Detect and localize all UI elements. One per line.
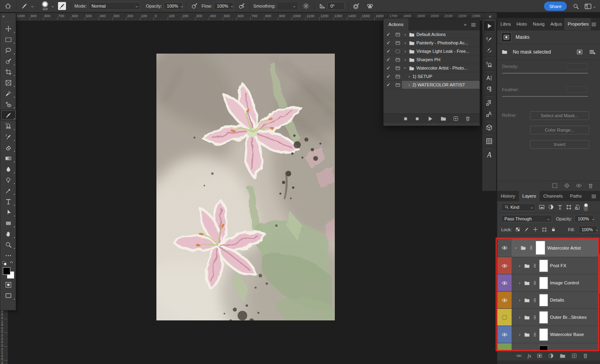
symmetry-butterfly-icon[interactable] [365, 1, 375, 11]
expand-chevron-icon[interactable]: › [402, 32, 408, 37]
layer-name[interactable]: Watercolor Artist [547, 246, 581, 250]
zoom-tool[interactable] [0, 239, 16, 250]
crop-tool[interactable] [0, 66, 16, 77]
add-layer-mask-icon[interactable] [536, 353, 543, 359]
layer-visibility-eye-icon[interactable] [502, 297, 508, 303]
mask-link-icon[interactable] [532, 332, 537, 338]
expand-chevron-icon[interactable]: › [518, 298, 522, 302]
eyedropper-tool[interactable] [0, 88, 16, 99]
opacity-pressure-icon[interactable] [190, 1, 199, 11]
blur-tool[interactable] [0, 164, 16, 174]
density-value-box[interactable] [566, 63, 587, 70]
expand-chevron-icon[interactable]: › [518, 315, 522, 320]
new-set-folder-button[interactable] [440, 115, 447, 122]
layer-visibility-eye-icon[interactable] [502, 245, 508, 251]
filter-adjustment-layers-icon[interactable] [548, 204, 554, 210]
dialog-toggle-icon[interactable] [393, 66, 402, 71]
properties-menu-icon[interactable] [591, 21, 597, 27]
layer-effects-icon[interactable]: fx [528, 353, 531, 359]
layer-mask-thumbnail[interactable] [539, 294, 548, 306]
marquee-tool[interactable] [0, 34, 16, 45]
feather-slider[interactable] [502, 96, 588, 97]
quick-selection-tool[interactable] [0, 56, 16, 66]
new-action-button[interactable] [453, 116, 459, 122]
link-layers-icon[interactable] [516, 353, 522, 359]
more-tools[interactable] [0, 250, 16, 261]
new-layer-icon[interactable] [571, 353, 577, 359]
dodge-tool[interactable] [0, 174, 16, 185]
layer-mask-thumbnail[interactable] [539, 346, 548, 351]
tab-layers[interactable]: Layers [519, 191, 540, 201]
path-select-tool[interactable] [0, 207, 16, 218]
shape-tool[interactable] [0, 218, 16, 228]
tab-navig[interactable]: Navig [530, 18, 547, 30]
paragraph-styles-panel-icon[interactable] [483, 97, 495, 108]
glyphs-panel-icon[interactable]: A [483, 149, 495, 160]
mask-link-icon[interactable] [532, 297, 537, 303]
action-checkmark-icon[interactable]: ✓ [384, 74, 393, 79]
filter-toggle-switch[interactable] [584, 203, 588, 211]
delete-action-button[interactable] [465, 116, 471, 122]
lock-artboard-icon[interactable] [542, 227, 547, 232]
lock-paint-icon[interactable] [524, 227, 529, 232]
mode-select[interactable]: Normal⌄ [88, 2, 140, 10]
gradient-tool[interactable] [0, 153, 16, 164]
action-checkmark-icon[interactable]: ✓ [384, 65, 393, 71]
history-brush-tool[interactable] [0, 131, 16, 142]
collapse-tools-icon[interactable]: » [0, 13, 16, 20]
character-styles-panel-icon[interactable] [483, 108, 495, 120]
select-and-mask-button[interactable]: Select and Mask... [530, 111, 589, 120]
layer-row[interactable]: ›Image Control [497, 274, 598, 292]
action-row[interactable]: ✓›1) SETUP [384, 72, 480, 81]
fill-select[interactable]: 100%⌄ [578, 226, 598, 233]
layer-mask-thumbnail[interactable] [539, 277, 548, 289]
feather-value-box[interactable] [566, 86, 587, 93]
layer-row[interactable]: ›Details [497, 292, 598, 309]
layer-row[interactable]: ›Back Filling [497, 343, 598, 351]
action-row[interactable]: ✓›Painterly - Photoshop Ac... [384, 39, 480, 47]
play-action-button[interactable] [426, 115, 434, 123]
character-panel-icon[interactable] [483, 72, 495, 84]
eraser-tool[interactable] [0, 142, 16, 153]
smoothing-select[interactable]: ⌄ [277, 2, 298, 10]
panel-menu-icon[interactable] [470, 22, 476, 28]
expand-chevron-icon[interactable]: › [402, 40, 408, 45]
add-vector-mask-icon[interactable] [589, 49, 596, 55]
action-checkmark-icon[interactable]: ✓ [384, 32, 393, 37]
action-row[interactable]: ✓›Default Actions [384, 30, 480, 39]
layer-mask-thumbnail[interactable] [536, 241, 545, 255]
layer-mask-icon[interactable] [576, 49, 583, 55]
foreground-color-swatch[interactable] [3, 267, 10, 275]
action-checkmark-icon[interactable]: ✓ [384, 48, 393, 54]
layer-row[interactable]: ›Watercolor Artist [497, 239, 598, 257]
new-adjustment-layer-icon[interactable] [548, 353, 554, 359]
move-tool[interactable] [0, 23, 16, 34]
layer-mask-thumbnail[interactable] [539, 328, 548, 341]
layer-mask-thumbnail[interactable] [539, 311, 548, 324]
tab-history[interactable]: History [497, 191, 519, 201]
home-icon[interactable] [3, 1, 13, 11]
clone-stamp-tool[interactable] [0, 120, 16, 131]
layers-menu-icon[interactable] [591, 193, 597, 199]
threed-panel-icon[interactable] [483, 122, 495, 133]
stop-button[interactable] [403, 116, 408, 122]
layer-name[interactable]: Watercolor Base [550, 332, 584, 337]
layer-name[interactable]: Post FX [550, 263, 566, 268]
layer-visibility-eye-icon[interactable] [502, 263, 508, 269]
action-row[interactable]: ✓›2) WATERCOLOR ARTIST [384, 81, 480, 89]
lock-transparency-icon[interactable] [515, 227, 520, 232]
expand-chevron-icon[interactable]: › [402, 57, 408, 62]
expand-chevron-icon[interactable]: › [403, 65, 408, 71]
color-range-button[interactable]: Color Range... [530, 126, 589, 134]
filter-smart-objects-icon[interactable] [575, 204, 580, 210]
layer-name[interactable]: Details [550, 298, 564, 302]
layer-mask-thumbnail[interactable] [539, 260, 548, 272]
brush-settings-toggle[interactable] [58, 2, 66, 10]
angle-input[interactable]: 0° [327, 2, 345, 10]
delete-layer-icon[interactable] [582, 353, 588, 359]
tab-histo[interactable]: Histo [513, 18, 530, 30]
tab-paths[interactable]: Paths [566, 191, 585, 201]
layer-visibility-off-icon[interactable] [502, 315, 507, 320]
blend-mode-select[interactable]: Pass Through⌄ [501, 215, 552, 222]
default-colors-icon[interactable] [2, 261, 7, 266]
